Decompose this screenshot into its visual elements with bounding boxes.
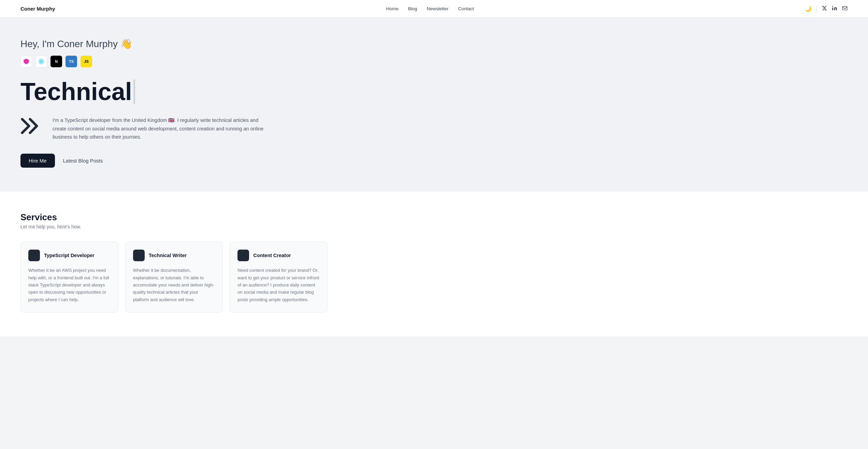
hero-buttons: Hire Me Latest Blog Posts (20, 154, 848, 168)
service-card-header-2: Technical Writer (133, 250, 215, 261)
badge-typescript: TS (66, 56, 77, 67)
content-creator-icon (237, 250, 249, 261)
svg-rect-1 (842, 6, 847, 10)
chevron-double-icon (20, 117, 44, 135)
services-section: Services Let me help you, here's how. Ty… (0, 192, 868, 336)
title-cursor (133, 80, 135, 104)
twitter-icon[interactable] (822, 5, 827, 12)
nav-divider (816, 6, 817, 12)
typescript-dev-title: TypeScript Developer (44, 253, 95, 258)
hero-section: Hey, I'm Coner Murphy 👋 N TS JS Technica… (0, 18, 868, 192)
email-icon[interactable] (842, 5, 848, 12)
typescript-dev-desc: Whether it be an AWS project you need he… (28, 267, 111, 303)
nav-links: Home Blog Newsletter Contact (386, 6, 474, 11)
hero-title: Technical (20, 78, 848, 105)
linkedin-icon[interactable] (832, 5, 837, 12)
badge-javascript: JS (81, 56, 92, 67)
hero-greeting: Hey, I'm Coner Murphy 👋 (20, 38, 848, 50)
dark-mode-toggle[interactable]: 🌙 (805, 5, 812, 12)
hero-description: I'm a TypeScript developer from the Unit… (53, 116, 266, 141)
latest-blog-posts-button[interactable]: Latest Blog Posts (63, 158, 103, 164)
service-card-creator: Content Creator Need content created for… (230, 242, 328, 312)
service-card-writer: Technical Writer Whether it be documenta… (125, 242, 223, 312)
typescript-dev-icon (28, 250, 40, 261)
nav-right: 🌙 (805, 5, 848, 12)
services-title: Services (20, 212, 848, 223)
technical-writer-title: Technical Writer (149, 253, 187, 258)
badge-graphql (20, 56, 32, 67)
services-grid: TypeScript Developer Whether it be an AW… (20, 242, 328, 312)
services-subtitle: Let me help you, here's how. (20, 224, 848, 229)
service-card-header-1: TypeScript Developer (28, 250, 111, 261)
content-creator-title: Content Creator (253, 253, 291, 258)
nav-newsletter[interactable]: Newsletter (427, 6, 449, 11)
tech-badges: N TS JS (20, 56, 848, 67)
svg-point-5 (41, 61, 42, 62)
hero-desc-row: I'm a TypeScript developer from the Unit… (20, 116, 266, 141)
svg-point-0 (832, 6, 833, 7)
badge-next: N (50, 56, 62, 67)
hire-me-button[interactable]: Hire Me (20, 154, 55, 168)
technical-writer-icon (133, 250, 145, 261)
site-logo[interactable]: Coner Murphy (20, 6, 55, 12)
technical-writer-desc: Whether it be documentation, explanation… (133, 267, 215, 303)
nav-home[interactable]: Home (386, 6, 399, 11)
content-creator-desc: Need content created for your brand? Or,… (237, 267, 320, 303)
service-card-typescript: TypeScript Developer Whether it be an AW… (20, 242, 118, 312)
badge-react (35, 56, 47, 67)
nav-contact[interactable]: Contact (458, 6, 474, 11)
service-card-header-3: Content Creator (237, 250, 320, 261)
navbar: Coner Murphy Home Blog Newsletter Contac… (0, 0, 868, 18)
nav-blog[interactable]: Blog (408, 6, 417, 11)
